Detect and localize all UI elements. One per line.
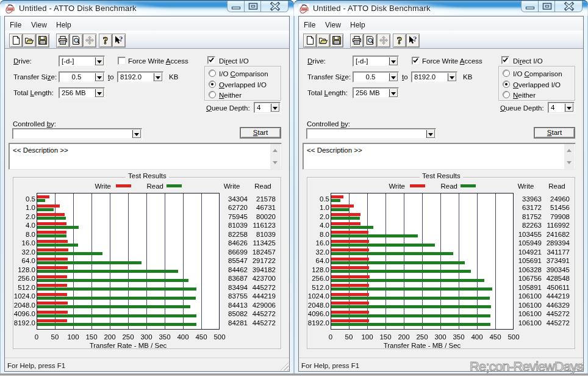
- svg-text:?: ?: [397, 35, 403, 45]
- svg-text:?: ?: [103, 35, 109, 45]
- svg-text:?: ?: [414, 35, 417, 43]
- svg-text:?: ?: [120, 35, 123, 43]
